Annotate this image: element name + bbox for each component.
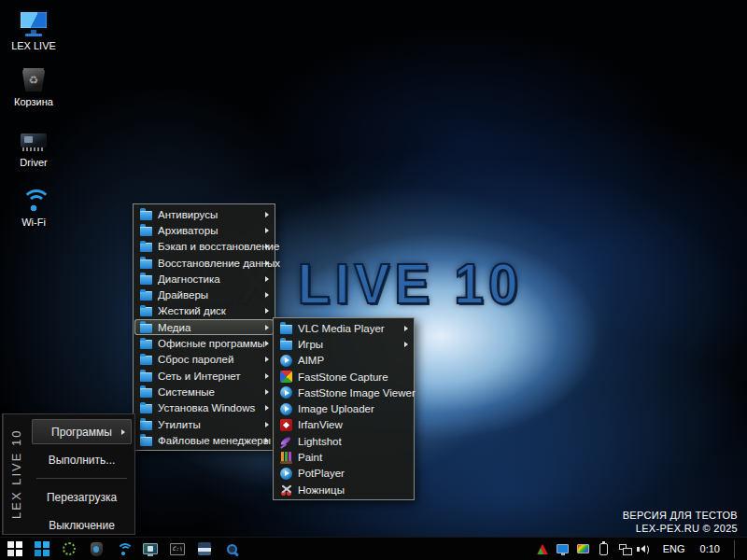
menu-item[interactable]: Диагностика (134, 271, 274, 287)
media-submenu: VLC Media Player Игры AIMP FastStone Cap… (273, 317, 415, 500)
system-tray: ENG 0:10 (535, 538, 747, 560)
start-menu-item-label: Перезагрузка (47, 491, 117, 504)
menu-item-label: Антивирусы (158, 209, 218, 220)
wifi-icon (20, 189, 48, 212)
tray-button[interactable] (556, 541, 571, 556)
menu-item[interactable]: VLC Media Player (275, 320, 413, 336)
folder-icon (280, 325, 292, 334)
taskbar-button[interactable] (7, 540, 23, 557)
disk-icon (198, 542, 211, 555)
menu-item-label: FastStone Capture (298, 371, 388, 383)
language-indicator[interactable]: ENG (658, 543, 690, 554)
menu-item[interactable]: Ножницы (275, 482, 413, 497)
aimp-icon (280, 355, 292, 367)
menu-item[interactable]: Paint (275, 449, 413, 465)
monitor-icon (19, 10, 49, 30)
menu-item-label: Восстановление данных (158, 258, 280, 269)
faststone-capture-icon (280, 371, 292, 383)
programs-menu: Антивирусы Архиваторы Бэкап и восстановл… (133, 203, 275, 451)
taskbar-button[interactable] (196, 540, 213, 557)
desktop-icon-wifi[interactable]: Wi-Fi (0, 184, 67, 228)
wifi-icon (116, 543, 131, 555)
taskbar-button[interactable] (34, 540, 50, 557)
menu-item-label: Медиа (158, 322, 190, 333)
tray-button[interactable] (576, 541, 591, 556)
menu-item-label: Жесткий диск (158, 305, 226, 316)
clock[interactable]: 0:10 (696, 543, 725, 554)
menu-item[interactable]: PotPlayer (275, 466, 413, 482)
menu-item[interactable]: Бэкап и восстановление (134, 239, 274, 255)
desktop-icon-driver[interactable]: Driver (0, 124, 67, 168)
desktop-icon-label: Driver (0, 157, 67, 168)
taskbar-button[interactable] (61, 540, 78, 557)
menu-item[interactable]: FastStone Image Viewer (275, 385, 413, 400)
tray-button[interactable] (535, 541, 550, 556)
start-menu-item[interactable]: Выполнить... (32, 447, 132, 472)
taskbar-button[interactable] (223, 540, 240, 557)
folder-icon (140, 227, 152, 236)
folder-icon (140, 421, 152, 430)
taskbar: ENG 0:10 (0, 537, 747, 560)
menu-item[interactable]: Утилиты (134, 416, 274, 432)
start-menu-side-label: LEX LIVE 10 (3, 414, 28, 534)
menu-item[interactable]: Восстановление данных (134, 255, 274, 271)
folder-icon (140, 243, 152, 252)
menu-item-label: Системные (158, 386, 215, 398)
paint-icon (280, 452, 292, 464)
folder-icon (140, 356, 152, 365)
menu-item-label: Установка Windows (158, 402, 255, 413)
desktop-icon-recycle-bin[interactable]: ♻ Корзина (0, 63, 67, 107)
desktop-icon-label: LEX LIVE (0, 40, 67, 51)
menu-item-label: Игры (298, 339, 323, 350)
search-icon (227, 544, 237, 554)
taskbar-button[interactable] (115, 540, 132, 557)
menu-item[interactable]: Сброс паролей (134, 352, 274, 368)
taskbar-button[interactable] (169, 540, 186, 557)
menu-item[interactable]: Драйверы (134, 287, 274, 302)
menu-item[interactable]: Lightshot (275, 433, 413, 449)
folder-icon (140, 307, 152, 316)
menu-item-label: IrfanView (298, 419, 343, 430)
start-menu-item[interactable]: Перезагрузка (32, 484, 132, 510)
menu-item-label: Файловые менеджеры (158, 435, 271, 446)
tray-button[interactable] (638, 541, 653, 556)
menu-item[interactable]: FastStone Capture (275, 369, 413, 385)
menu-separator (36, 478, 127, 479)
menu-item[interactable]: Игры (275, 336, 413, 352)
show-desktop-button[interactable] (740, 538, 745, 560)
menu-item[interactable]: Жесткий диск (134, 303, 274, 319)
menu-item[interactable]: AIMP (275, 353, 413, 369)
cmd-icon (170, 543, 185, 555)
monitor-blue-icon (557, 544, 569, 553)
folder-icon (140, 340, 152, 349)
menu-item[interactable]: Офисные программы (134, 335, 274, 351)
folder-icon (140, 388, 152, 398)
menu-item[interactable]: Системные (134, 384, 274, 399)
start-menu-item[interactable]: Выключение (32, 512, 132, 538)
taskbar-button[interactable] (88, 540, 105, 557)
start-menu: LEX LIVE 10 Программы Выполнить... Перез… (2, 413, 135, 535)
usb-icon (599, 543, 608, 555)
version-note-line1: ВЕРСИЯ ДЛЯ ТЕСТОВ (623, 509, 738, 522)
start-menu-items: Программы Выполнить... Перезагрузка Выкл… (29, 414, 134, 540)
desktop-icon-lex-live[interactable]: LEX LIVE (0, 7, 67, 51)
start-menu-item-label: Выключение (49, 519, 115, 532)
recycle-bin-icon: ♻ (22, 68, 45, 91)
taskbar-button[interactable] (142, 540, 159, 557)
version-note: ВЕРСИЯ ДЛЯ ТЕСТОВ LEX-PEX.RU © 2025 (623, 509, 738, 535)
start-menu-item[interactable]: Программы (32, 419, 132, 444)
menu-item[interactable]: Архиваторы (134, 222, 274, 238)
menu-item-label: Утилиты (158, 419, 201, 430)
menu-item[interactable]: Image Uploader (275, 400, 413, 416)
tray-button[interactable] (597, 541, 612, 556)
menu-item[interactable]: Медиа (134, 319, 274, 335)
menu-item[interactable]: Сеть и Интернет (134, 368, 274, 384)
menu-item-label: VLC Media Player (298, 323, 385, 334)
tray-button[interactable] (617, 541, 632, 556)
start-menu-item-label: Выполнить... (49, 454, 116, 467)
menu-item[interactable]: IrfanView (275, 417, 413, 433)
menu-item[interactable]: Файловые менеджеры (134, 432, 274, 448)
menu-item[interactable]: Антивирусы (134, 206, 274, 222)
tray-separator (734, 540, 735, 558)
menu-item[interactable]: Установка Windows (134, 400, 274, 416)
